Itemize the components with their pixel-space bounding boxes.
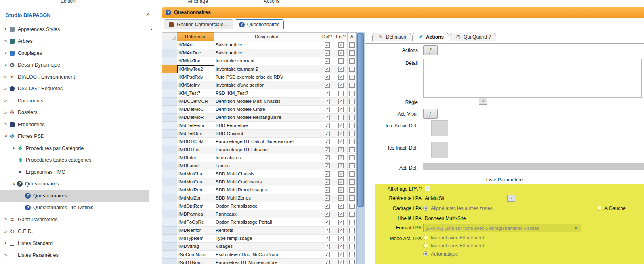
checkbox-a[interactable]	[349, 139, 355, 144]
checkbox-a[interactable]	[349, 244, 355, 249]
checkbox-for[interactable]: ✓	[338, 123, 344, 128]
table-row[interactable]: IMDDTLibParametrage DT Librairie✓✓	[162, 146, 357, 154]
table-vertical-scrollbar[interactable]	[356, 32, 365, 264]
cell-reference[interactable]: IMdOptRem	[177, 202, 214, 210]
expander-collapsed-icon[interactable]: >	[2, 253, 9, 258]
checkbox-def[interactable]: ✓	[325, 195, 330, 201]
row-selector[interactable]	[162, 57, 177, 65]
checkbox-for[interactable]: ✓	[338, 195, 344, 201]
expander-collapsed-icon[interactable]: >	[2, 27, 9, 31]
checkbox-def[interactable]: ✓	[325, 123, 330, 128]
cell-designation[interactable]: Definition Modele Multi Chassis	[214, 98, 320, 106]
checkbox-for[interactable]: ✓	[338, 228, 344, 233]
sidebar-item-questionnaires[interactable]: >?Questionnaires	[0, 178, 149, 190]
cell-designation[interactable]: SDD Fermeture	[214, 122, 320, 130]
radio-manuel-sans-effacement[interactable]: Manuel sans Effacement	[423, 242, 484, 249]
sidebar-item-dialog-requetes[interactable]: >DIALOG : Requêtes	[0, 83, 149, 95]
checkbox-for[interactable]	[338, 58, 344, 64]
cell-designation[interactable]: Renforts	[214, 227, 320, 235]
expander-collapsed-icon[interactable]: >	[2, 122, 9, 127]
select-all-header[interactable]	[162, 33, 177, 41]
cell-designation[interactable]: PSD IKM_Test7	[214, 89, 320, 98]
checkbox-a[interactable]	[349, 252, 355, 257]
checkbox-for[interactable]: ✓	[338, 244, 344, 249]
table-row[interactable]: IKMInvTouInventaire tournant✓	[162, 57, 357, 65]
checkbox-for[interactable]: ✓	[338, 131, 344, 136]
table-row[interactable]: IMDRenforRenforts✓✓	[162, 227, 357, 235]
table-row[interactable]: IKMPsdRdvTuto PSD exemple prise de RDV✓✓	[162, 73, 357, 81]
sidebar-item-fiches-psd[interactable]: >❖Fiches PSD	[0, 131, 149, 143]
sidebar-item-listes-standard[interactable]: >Listes Standard	[0, 237, 149, 249]
checkbox-a[interactable]	[349, 220, 355, 225]
checkbox-for[interactable]: ✓	[338, 42, 344, 48]
checkbox-a[interactable]	[349, 236, 355, 241]
row-selector[interactable]	[162, 146, 177, 154]
row-selector[interactable]	[162, 202, 177, 210]
table-row[interactable]: IMDDefMoCDefinition Modele Cintré✓✓	[162, 106, 357, 114]
cell-designation[interactable]: Option Remplissage Portail	[214, 218, 320, 227]
cell-reference[interactable]: INoDTNom	[177, 259, 214, 264]
cell-designation[interactable]: Inventaire d'une section	[214, 81, 320, 89]
row-selector[interactable]	[162, 251, 177, 259]
checkbox-for[interactable]	[338, 115, 344, 120]
menu-edition[interactable]: Edition	[61, 0, 76, 4]
cell-reference[interactable]: IMDDefMoR	[177, 114, 214, 122]
tab-gestion-commerciale[interactable]: Gestion Commerciale ...	[164, 19, 233, 29]
checkbox-def[interactable]: ✓	[325, 260, 330, 264]
panel-tab-actions[interactable]: ✔Actions	[412, 33, 449, 41]
cell-reference[interactable]: IKMInvTou2	[177, 65, 214, 73]
table-row[interactable]: IMDLameLames✓✓	[162, 162, 357, 170]
checkbox-def[interactable]: ✓	[325, 179, 330, 185]
checkbox-for[interactable]	[338, 91, 344, 96]
cell-reference[interactable]: IMDDefMoC	[177, 106, 214, 114]
expander-collapsed-icon[interactable]: >	[2, 39, 9, 44]
checkbox-def[interactable]: ✓	[325, 171, 330, 177]
cell-designation[interactable]: Definition Modele Rectangulaire	[214, 114, 320, 122]
checkbox-for[interactable]: ✓	[338, 50, 344, 56]
radio-button[interactable]	[423, 235, 428, 240]
checkbox-def[interactable]: ✓	[325, 58, 330, 64]
format-lpa-dropdown[interactable]: [LPA/05] Liste sur fiche avec 5 enregist…	[423, 224, 581, 232]
sidebar-item-listes-parametres[interactable]: >Listes Paramétrés	[0, 249, 149, 262]
table-row[interactable]: IMdOptRemOption Remplissage✓✓	[162, 202, 357, 210]
checkbox-a[interactable]	[349, 75, 355, 80]
row-selector[interactable]	[162, 81, 177, 89]
cell-reference[interactable]: IMdPoOpRe	[177, 218, 214, 227]
table-row[interactable]: IMDPanneaPanneaux✓✓	[162, 210, 357, 218]
checkbox-def[interactable]: ✓	[325, 115, 330, 120]
row-selector[interactable]	[162, 210, 177, 218]
sidebar-item-g-e-d[interactable]: >↻G.E.D.	[0, 226, 149, 238]
cell-reference[interactable]: IMdTypRem	[177, 235, 214, 243]
radio-button[interactable]	[597, 206, 602, 211]
checkbox-def[interactable]: ✓	[325, 236, 330, 241]
cell-reference[interactable]: IKMInvTou	[177, 57, 214, 65]
radio-button[interactable]	[423, 206, 428, 211]
reference-lpa-value[interactable]: ArtMulSit	[425, 195, 445, 201]
checkbox-a[interactable]	[349, 50, 355, 56]
row-selector[interactable]	[162, 138, 177, 146]
checkbox-a[interactable]	[349, 212, 355, 217]
cell-designation[interactable]: Tuto PSD exemple prise de RDV	[214, 73, 320, 81]
checkbox-def[interactable]: ✓	[325, 99, 330, 104]
checkbox-def[interactable]: ✓	[325, 107, 330, 112]
cell-designation[interactable]: Inventaire tournant 2	[214, 65, 320, 73]
expander-collapsed-icon[interactable]: >	[2, 110, 9, 115]
cell-designation[interactable]: Panneaux	[214, 210, 320, 218]
table-row[interactable]: IKMArtSaisie Article✓✓	[162, 41, 357, 49]
row-selector[interactable]	[162, 49, 177, 57]
checkbox-a[interactable]	[349, 107, 355, 112]
checkbox-a[interactable]	[349, 228, 355, 233]
expander-collapsed-icon[interactable]: >	[2, 217, 9, 222]
cell-designation[interactable]: SDD Multi Zones	[214, 194, 320, 202]
checkbox-a[interactable]	[349, 99, 355, 104]
checkbox-a[interactable]	[349, 83, 355, 88]
sidebar-item-ergonomies[interactable]: >Ergonomies	[0, 118, 149, 131]
sidebar-item-ergonomies-fmo[interactable]: ●Ergonomies FMO	[0, 166, 149, 178]
sidebar-item-procedures-par-categorie[interactable]: >❖Procédures par Catégorie	[0, 142, 149, 154]
checkbox-a[interactable]	[349, 42, 355, 48]
expander-collapsed-icon[interactable]: >	[2, 87, 9, 91]
row-selector[interactable]	[162, 65, 177, 73]
checkbox-def[interactable]: ✓	[325, 228, 330, 233]
checkbox-for[interactable]: ✓	[338, 171, 344, 177]
row-selector[interactable]	[162, 98, 177, 106]
